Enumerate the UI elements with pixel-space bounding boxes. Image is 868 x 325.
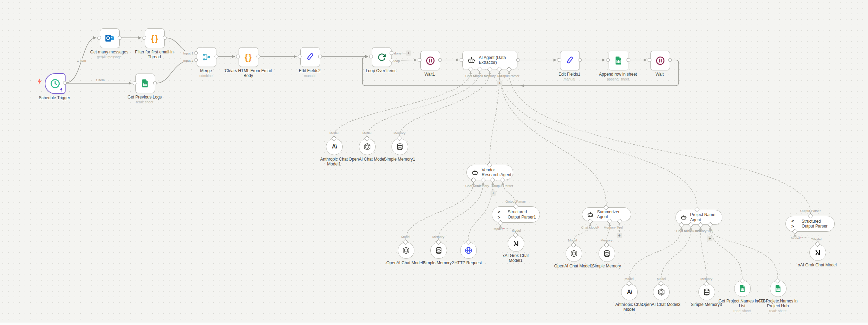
node-loop-over-items[interactable] bbox=[372, 47, 392, 67]
node-openai-chat-model2[interactable] bbox=[398, 242, 414, 259]
connector-dot[interactable] bbox=[668, 58, 672, 62]
node-edit-fields1[interactable] bbox=[560, 51, 580, 70]
braces-icon: {} bbox=[244, 52, 252, 62]
node-label: Get Previous Logs bbox=[122, 95, 167, 100]
connector-dot[interactable] bbox=[627, 58, 630, 62]
port-label: Memory bbox=[484, 74, 496, 78]
connector-dot[interactable] bbox=[648, 58, 652, 62]
database-icon bbox=[603, 249, 611, 258]
node-simple-memory1[interactable] bbox=[392, 138, 408, 155]
port-label: Tool bbox=[707, 229, 713, 233]
connector-dot[interactable] bbox=[390, 59, 394, 62]
node-xai-grok-chat-model1[interactable] bbox=[508, 235, 524, 252]
node-label: Clears HTML From Email Body bbox=[221, 68, 276, 78]
google-sheets-icon bbox=[739, 285, 746, 292]
robot-icon bbox=[471, 169, 479, 176]
node-filter-first-email[interactable]: {} bbox=[145, 28, 165, 48]
connector-dot[interactable] bbox=[118, 36, 122, 40]
connector-dot[interactable] bbox=[143, 36, 146, 40]
node-openai-chat-model[interactable] bbox=[359, 138, 376, 155]
database-icon bbox=[396, 143, 404, 151]
add-node-button[interactable]: + bbox=[707, 236, 713, 241]
node-label: Edit Fields1 bbox=[547, 72, 592, 77]
node-label: Structured Output Parser1 bbox=[508, 209, 540, 220]
robot-icon bbox=[680, 214, 687, 221]
node-label: Edit Fields2 bbox=[287, 68, 332, 73]
node-label: Filter for first email in Thread bbox=[130, 50, 179, 59]
node-http-request[interactable] bbox=[460, 242, 477, 259]
node-subtitle: read: sheet bbox=[753, 309, 803, 313]
node-subtitle: manual bbox=[287, 74, 332, 78]
connector-dot[interactable] bbox=[257, 55, 260, 59]
node-schedule-trigger[interactable] bbox=[45, 73, 66, 94]
edge-label-loop: loop bbox=[393, 59, 401, 63]
node-openai-chat-model1[interactable] bbox=[566, 245, 582, 262]
node-simple-memory2[interactable] bbox=[430, 242, 447, 259]
node-simple-memory3[interactable] bbox=[698, 284, 715, 300]
pause-icon bbox=[426, 56, 435, 66]
port-label: Model bbox=[362, 131, 371, 135]
database-icon bbox=[435, 246, 442, 255]
connector-dot[interactable] bbox=[194, 58, 198, 62]
node-label: Project Name Agent bbox=[690, 212, 722, 222]
port-label: Model bbox=[625, 277, 634, 281]
connector-dot[interactable] bbox=[153, 82, 157, 85]
connector-dot[interactable] bbox=[418, 58, 422, 62]
connector-dot[interactable] bbox=[606, 58, 610, 62]
merge-icon bbox=[202, 52, 211, 62]
connector-dot[interactable] bbox=[460, 58, 464, 62]
node-project-name-agent[interactable]: Project Name Agent bbox=[676, 210, 722, 225]
port-label: Model bbox=[657, 277, 666, 281]
node-append-row[interactable] bbox=[609, 51, 628, 70]
connector-dot[interactable] bbox=[578, 58, 582, 62]
connector-dot[interactable] bbox=[133, 82, 137, 85]
node-wait[interactable] bbox=[650, 51, 670, 70]
node-anthropic-chat-model1[interactable]: A\ bbox=[326, 138, 343, 155]
node-get-previous-logs[interactable] bbox=[135, 74, 155, 93]
add-node-button[interactable]: + bbox=[491, 191, 496, 196]
connector-dot[interactable] bbox=[558, 58, 561, 62]
robot-icon bbox=[467, 56, 476, 65]
node-subtitle: manual bbox=[547, 77, 592, 82]
connector-dot[interactable] bbox=[438, 58, 442, 62]
anthropic-icon: A\ bbox=[332, 144, 337, 150]
execute-bolt-icon bbox=[37, 78, 42, 85]
node-clears-html[interactable]: {} bbox=[239, 47, 258, 67]
add-node-button[interactable]: + bbox=[406, 51, 411, 56]
connector-dot[interactable] bbox=[516, 58, 520, 62]
connector-dot[interactable] bbox=[298, 55, 302, 59]
globe-icon bbox=[464, 246, 473, 255]
port-label: Chat Model* bbox=[581, 225, 599, 229]
connector-dot[interactable] bbox=[318, 55, 322, 59]
node-edit-fields2[interactable] bbox=[300, 47, 320, 67]
add-node-button[interactable]: + bbox=[497, 81, 502, 86]
node-anthropic-chat-model[interactable]: A\ bbox=[621, 284, 638, 300]
connector-dot[interactable] bbox=[215, 55, 218, 59]
edge-label-input1: Input 1 bbox=[182, 51, 194, 55]
port-label: Memory bbox=[604, 225, 616, 229]
port-label: Memory bbox=[601, 238, 612, 242]
connector-dot[interactable] bbox=[236, 55, 240, 59]
connector-dot[interactable] bbox=[63, 81, 67, 85]
port-label: Memory bbox=[432, 235, 444, 239]
connector-dot[interactable] bbox=[97, 36, 101, 40]
add-node-button[interactable]: + bbox=[617, 233, 622, 238]
anthropic-icon: A\ bbox=[627, 289, 632, 295]
openai-icon bbox=[402, 246, 410, 255]
node-wait1[interactable] bbox=[420, 51, 440, 70]
code-brackets-icon: < > bbox=[498, 209, 505, 220]
connector-dot[interactable] bbox=[194, 51, 198, 55]
node-xai-grok-chat-model[interactable] bbox=[809, 244, 826, 261]
port-label: Memory bbox=[394, 131, 405, 135]
node-openai-chat-model3[interactable] bbox=[653, 284, 670, 300]
node-label: Get Projetc Names in Project Hub bbox=[753, 299, 803, 308]
port-label: Model bbox=[568, 238, 577, 242]
node-simple-memory[interactable] bbox=[599, 245, 615, 262]
node-get-many-messages[interactable] bbox=[100, 28, 120, 48]
connector-dot[interactable] bbox=[369, 55, 373, 59]
connector-dot[interactable] bbox=[390, 51, 394, 55]
node-merge[interactable] bbox=[197, 47, 216, 67]
node-label: xAI Grok Chat Model1 bbox=[498, 253, 533, 263]
workflow-canvas[interactable]: Schedule Trigger Get many messages getAl… bbox=[0, 0, 868, 325]
connector-dot[interactable] bbox=[163, 36, 167, 40]
